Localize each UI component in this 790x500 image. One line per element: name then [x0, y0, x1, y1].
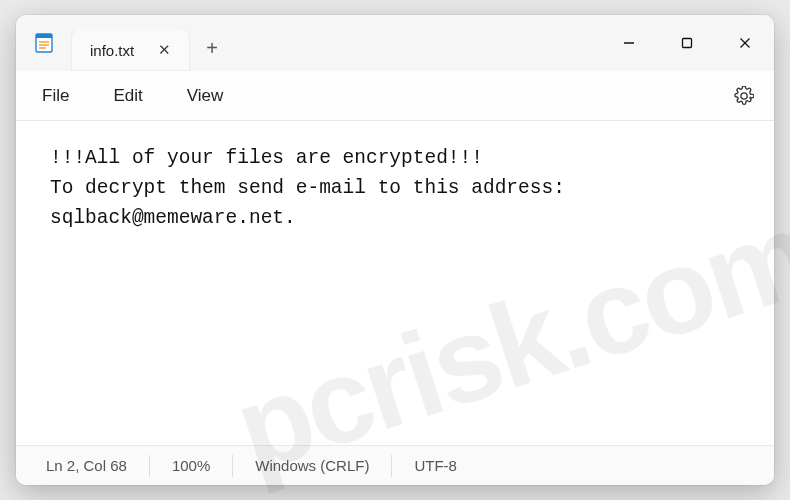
tab-info-txt[interactable]: info.txt ✕: [72, 29, 189, 71]
status-position: Ln 2, Col 68: [24, 446, 149, 485]
window-controls: [600, 15, 774, 71]
content-line-1: !!!All of your files are encrypted!!!: [50, 147, 483, 169]
maximize-button[interactable]: [658, 15, 716, 71]
new-tab-button[interactable]: +: [189, 25, 235, 71]
plus-icon: +: [206, 37, 218, 60]
notepad-app-icon: [16, 15, 72, 71]
tab-close-icon[interactable]: ✕: [158, 41, 171, 59]
menu-edit[interactable]: Edit: [91, 78, 164, 114]
settings-button[interactable]: [722, 78, 766, 114]
content-line-2: To decrypt them send e-mail to this addr…: [50, 177, 577, 229]
svg-rect-1: [36, 34, 52, 38]
status-eol: Windows (CRLF): [233, 446, 391, 485]
text-editor-area[interactable]: !!!All of your files are encrypted!!! To…: [16, 121, 774, 445]
menu-file[interactable]: File: [20, 78, 91, 114]
status-zoom[interactable]: 100%: [150, 446, 232, 485]
menubar: File Edit View: [16, 71, 774, 121]
gear-icon: [734, 86, 754, 106]
minimize-button[interactable]: [600, 15, 658, 71]
notepad-window: info.txt ✕ + File Edit View: [16, 15, 774, 485]
tab-strip: info.txt ✕: [72, 15, 189, 71]
titlebar: info.txt ✕ +: [16, 15, 774, 71]
tab-title: info.txt: [90, 42, 134, 59]
status-encoding: UTF-8: [392, 446, 479, 485]
statusbar: Ln 2, Col 68 100% Windows (CRLF) UTF-8: [16, 445, 774, 485]
close-button[interactable]: [716, 15, 774, 71]
menu-view[interactable]: View: [165, 78, 246, 114]
svg-rect-6: [683, 39, 692, 48]
